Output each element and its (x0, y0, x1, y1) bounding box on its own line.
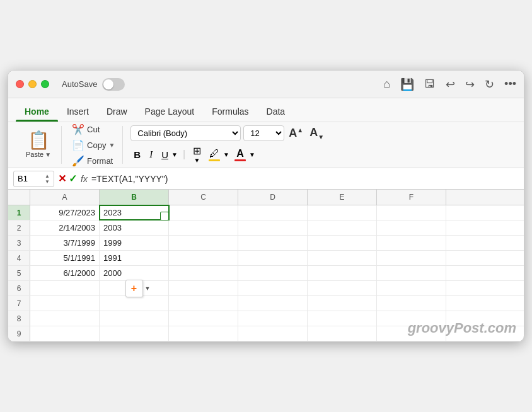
cell-d8[interactable] (238, 311, 308, 326)
minimize-button[interactable] (28, 80, 37, 88)
cell-c8[interactable] (169, 311, 238, 326)
autosave-toggle[interactable] (102, 78, 125, 91)
cell-d5[interactable] (238, 266, 308, 280)
cell-d9[interactable] (238, 326, 308, 341)
cell-c1[interactable] (169, 205, 238, 220)
cell-c4[interactable] (169, 251, 238, 265)
cell-e7[interactable] (308, 296, 377, 311)
cell-a3[interactable]: 3/7/1999 (30, 236, 100, 250)
border-dropdown-arrow[interactable]: ▼ (194, 157, 200, 164)
decrease-font-size-icon[interactable]: A▼ (308, 125, 326, 142)
cloud-save-icon[interactable]: 🖫 (424, 77, 436, 91)
formula-input[interactable] (91, 174, 519, 184)
cell-b6[interactable]: + ▼ (100, 281, 169, 295)
fill-dropdown-arrow[interactable]: ▼ (145, 285, 151, 292)
ribbon-tabs: Home Insert Draw Page Layout Formulas Da… (8, 98, 524, 122)
cell-b1[interactable]: 2023 (100, 205, 169, 220)
redo-arrow-icon[interactable]: ↪ (465, 77, 475, 91)
cell-c9[interactable] (169, 326, 238, 341)
cell-f5[interactable] (377, 266, 446, 280)
cell-d7[interactable] (238, 296, 308, 311)
cell-d2[interactable] (238, 220, 308, 235)
cell-f7[interactable] (377, 296, 446, 311)
refresh-icon[interactable]: ↻ (485, 77, 494, 91)
cell-e2[interactable] (308, 220, 377, 235)
bold-button[interactable]: B (130, 148, 144, 161)
cell-d3[interactable] (238, 236, 308, 250)
cell-d4[interactable] (238, 251, 308, 265)
cell-b2[interactable]: 2003 (100, 220, 169, 235)
cell-c6[interactable] (169, 281, 238, 295)
home-icon[interactable]: ⌂ (383, 77, 390, 91)
cell-reference-box[interactable]: B1 ▲ ▼ (13, 171, 54, 187)
cell-a7[interactable] (30, 296, 100, 311)
close-button[interactable] (16, 80, 24, 88)
cell-e4[interactable] (308, 251, 377, 265)
cell-b4[interactable]: 1991 (100, 251, 169, 265)
cell-a9[interactable] (30, 326, 100, 341)
maximize-button[interactable] (41, 80, 49, 88)
cell-e8[interactable] (308, 311, 377, 326)
cell-c3[interactable] (169, 236, 238, 250)
tab-home[interactable]: Home (16, 103, 58, 122)
copy-dropdown-arrow[interactable]: ▼ (108, 142, 115, 149)
cell-f4[interactable] (377, 251, 446, 265)
cell-c5[interactable] (169, 266, 238, 280)
cell-a1[interactable]: 9/27/2023 (30, 205, 100, 220)
undo-icon[interactable]: ↩ (446, 77, 455, 91)
cell-b8[interactable] (100, 311, 169, 326)
underline-dropdown-arrow[interactable]: ▼ (171, 151, 178, 158)
cancel-formula-icon[interactable]: ✕ (58, 173, 66, 185)
save-icon[interactable]: 💾 (400, 77, 414, 91)
cell-b7[interactable] (100, 296, 169, 311)
cell-e9[interactable] (308, 326, 377, 341)
cell-f3[interactable] (377, 236, 446, 250)
cell-f2[interactable] (377, 220, 446, 235)
fill-color-dropdown-arrow[interactable]: ▼ (223, 151, 229, 158)
cell-f8[interactable] (377, 311, 446, 326)
paste-button[interactable]: 📋 Paste ▼ (21, 129, 56, 161)
cell-b9[interactable] (100, 326, 169, 341)
cut-button[interactable]: ✂️ Cut (69, 122, 117, 137)
tab-data[interactable]: Data (258, 103, 294, 122)
confirm-formula-icon[interactable]: ✓ (69, 173, 77, 185)
cell-a5[interactable]: 6/1/2000 (30, 266, 100, 280)
format-button[interactable]: 🖌️ Format (69, 154, 117, 168)
cell-b3[interactable]: 1999 (100, 236, 169, 250)
border-button[interactable]: ⊞ ▼ (190, 144, 204, 165)
underline-button[interactable]: U (158, 148, 171, 161)
tab-draw[interactable]: Draw (98, 103, 136, 122)
fill-color-button[interactable]: 🖊 (206, 147, 223, 163)
font-color-button[interactable]: A (232, 147, 248, 163)
cell-b5[interactable]: 2000 (100, 266, 169, 280)
fill-handle[interactable] (160, 212, 169, 220)
cell-d1[interactable] (238, 205, 308, 220)
tab-formulas[interactable]: Formulas (203, 103, 257, 122)
cell-e1[interactable] (308, 205, 377, 220)
font-family-select[interactable]: Calibri (Body) (130, 125, 241, 141)
cell-e3[interactable] (308, 236, 377, 250)
cell-c2[interactable] (169, 220, 238, 235)
cell-f1[interactable] (377, 205, 446, 220)
fill-options-icon[interactable]: + ▼ (125, 280, 143, 297)
paste-dropdown-arrow[interactable]: ▼ (45, 151, 51, 158)
cell-a2[interactable]: 2/14/2003 (30, 220, 100, 235)
font-color-dropdown-arrow[interactable]: ▼ (249, 151, 255, 158)
cell-e5[interactable] (308, 266, 377, 280)
tab-page-layout[interactable]: Page Layout (136, 103, 204, 122)
cell-d6[interactable] (238, 281, 308, 295)
cell-f6[interactable] (377, 281, 446, 295)
cell-e6[interactable] (308, 281, 377, 295)
italic-button[interactable]: I (146, 148, 156, 161)
cell-c7[interactable] (169, 296, 238, 311)
increase-font-size-icon[interactable]: A▲ (287, 125, 305, 141)
cell-a8[interactable] (30, 311, 100, 326)
titlebar-icons: ⌂ 💾 🖫 ↩ ↪ ↻ ••• (383, 77, 516, 91)
cell-a4[interactable]: 5/1/1991 (30, 251, 100, 265)
font-size-select[interactable]: 12 (243, 125, 284, 141)
more-icon[interactable]: ••• (504, 77, 516, 91)
copy-button[interactable]: 📄 Copy ▼ (69, 138, 117, 152)
tab-insert[interactable]: Insert (58, 103, 98, 122)
cell-f9[interactable] (377, 326, 446, 341)
cell-a6[interactable] (30, 281, 100, 295)
